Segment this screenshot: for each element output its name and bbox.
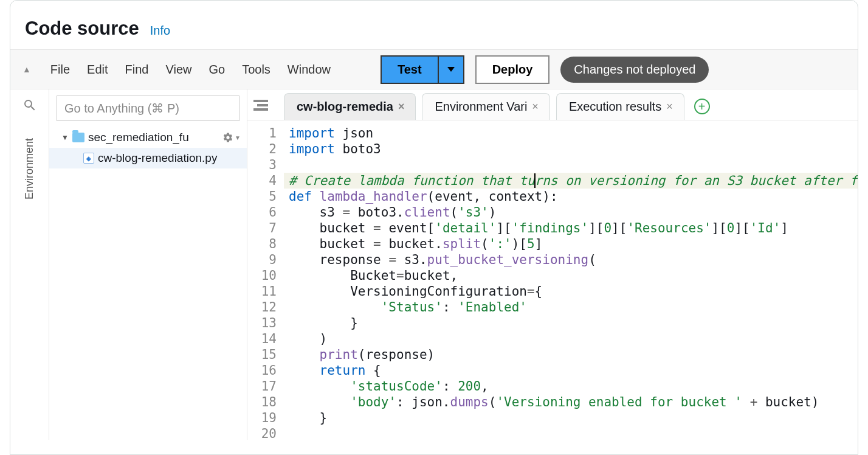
- svg-rect-2: [253, 108, 268, 111]
- code-line[interactable]: bucket = event['detail']['findings'][0][…: [284, 220, 858, 236]
- menubar: ▲ FileEditFindViewGoToolsWindow Test Dep…: [10, 49, 858, 89]
- menu-item-find[interactable]: Find: [117, 59, 157, 80]
- editor-tab[interactable]: Environment Vari×: [422, 93, 549, 120]
- editor-tab[interactable]: cw-blog-remedia×: [284, 93, 416, 120]
- close-icon[interactable]: ×: [532, 100, 539, 113]
- environment-panel-label[interactable]: Environment: [23, 131, 36, 207]
- folder-label: sec_remediation_fu: [88, 131, 219, 144]
- header: Code source Info: [10, 1, 858, 49]
- caret-down-icon: [447, 67, 455, 72]
- code-line[interactable]: 'statusCode': 200,: [284, 378, 858, 394]
- code-editor[interactable]: 1234567891011121314151617181920 import j…: [247, 120, 858, 440]
- menu-item-file[interactable]: File: [42, 59, 78, 80]
- code-line[interactable]: import boto3: [284, 141, 858, 157]
- info-link[interactable]: Info: [150, 24, 170, 38]
- caret-down-icon: ▼: [235, 134, 241, 141]
- text-cursor: [534, 173, 536, 188]
- code-line[interactable]: Bucket=bucket,: [284, 268, 858, 283]
- code-line[interactable]: s3 = boto3.client('s3'): [284, 204, 858, 220]
- code-line[interactable]: response = s3.put_bucket_versioning(: [284, 252, 858, 268]
- menu-item-edit[interactable]: Edit: [78, 59, 116, 80]
- code-line[interactable]: return {: [284, 363, 858, 378]
- tab-label: cw-blog-remedia: [297, 100, 393, 114]
- editor-tab[interactable]: Execution results×: [556, 93, 684, 120]
- tab-label: Environment Vari: [435, 100, 527, 114]
- editor-tabs: cw-blog-remedia×Environment Vari×Executi…: [247, 89, 858, 120]
- code-line[interactable]: bucket = bucket.split(':')[5]: [284, 236, 858, 252]
- svg-rect-0: [253, 100, 268, 102]
- file-explorer: Go to Anything (⌘ P) ▼ sec_remediation_f…: [49, 89, 247, 440]
- code-line[interactable]: import json: [284, 125, 858, 141]
- code-line[interactable]: def lambda_handler(event, context):: [284, 189, 858, 204]
- test-button[interactable]: Test: [381, 55, 439, 84]
- code-line[interactable]: print(response): [284, 347, 858, 363]
- menu-item-go[interactable]: Go: [200, 59, 233, 80]
- file-label: cw-blog-remediation.py: [98, 151, 241, 165]
- code-line[interactable]: [284, 157, 858, 173]
- code-line[interactable]: 'Status': 'Enabled': [284, 299, 858, 315]
- code-line[interactable]: 'body': json.dumps('Versioning enabled f…: [284, 394, 858, 410]
- code-content[interactable]: import jsonimport boto3# Create lambda f…: [284, 120, 858, 440]
- python-file-icon: ◈: [83, 153, 94, 164]
- page-title: Code source: [25, 18, 139, 40]
- svg-rect-1: [257, 104, 268, 106]
- tree-folder-row[interactable]: ▼ sec_remediation_fu ▼: [49, 127, 247, 148]
- menu-item-window[interactable]: Window: [279, 59, 339, 80]
- code-line[interactable]: }: [284, 410, 858, 426]
- tab-label: Execution results: [569, 100, 661, 114]
- gear-icon: [222, 132, 233, 143]
- folder-settings-button[interactable]: ▼: [222, 132, 241, 143]
- code-line[interactable]: }: [284, 315, 858, 331]
- outline-toggle-icon[interactable]: [253, 100, 268, 111]
- goto-anything-input[interactable]: Go to Anything (⌘ P): [57, 96, 239, 121]
- left-gutter: Environment: [10, 89, 49, 440]
- menu-item-tools[interactable]: Tools: [233, 59, 279, 80]
- menu-item-view[interactable]: View: [157, 59, 200, 80]
- search-icon[interactable]: [22, 98, 37, 113]
- tree-caret-icon: ▼: [61, 133, 69, 142]
- code-line[interactable]: [284, 426, 858, 440]
- new-tab-button[interactable]: +: [694, 99, 710, 114]
- code-line[interactable]: VersioningConfiguration={: [284, 283, 858, 299]
- tree-file-row[interactable]: ◈ cw-blog-remediation.py: [49, 148, 247, 168]
- folder-icon: [72, 133, 84, 142]
- close-icon[interactable]: ×: [666, 100, 673, 113]
- code-line[interactable]: ): [284, 331, 858, 347]
- line-number-gutter: 1234567891011121314151617181920: [247, 120, 284, 440]
- code-line[interactable]: # Create lambda function that turns on v…: [284, 173, 858, 189]
- deploy-status-badge: Changes not deployed: [560, 57, 709, 83]
- collapse-tree-icon[interactable]: ▲: [22, 64, 31, 74]
- test-dropdown-button[interactable]: [439, 55, 464, 84]
- close-icon[interactable]: ×: [398, 100, 405, 113]
- deploy-button[interactable]: Deploy: [475, 55, 550, 84]
